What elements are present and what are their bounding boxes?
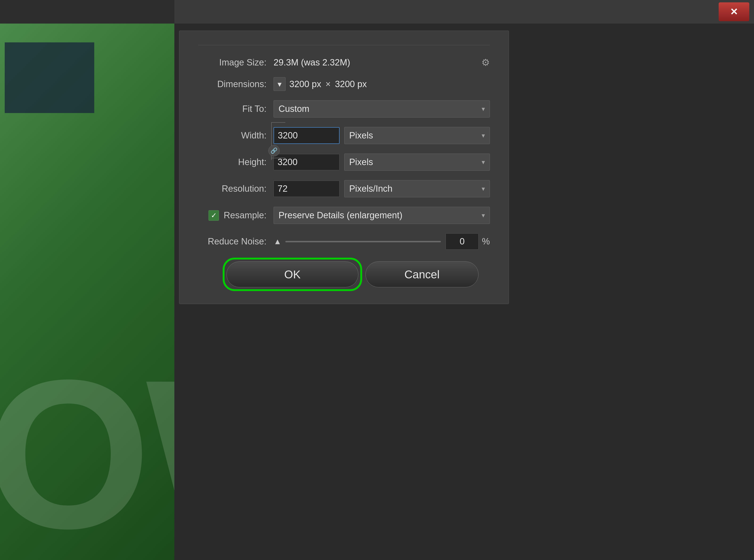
buttons-row: OK Cancel: [198, 261, 490, 287]
fit-to-chevron-icon: ▾: [482, 105, 485, 113]
width-unit-chevron-icon: ▾: [482, 132, 485, 139]
ok-highlight-border: [223, 258, 362, 291]
image-size-label: Image Size:: [198, 58, 274, 67]
noise-slider-track[interactable]: [285, 241, 441, 242]
width-row-content: Pixels ▾: [274, 127, 490, 144]
resolution-input[interactable]: [274, 181, 340, 197]
ow-watermark: OW: [0, 348, 174, 560]
dimensions-dropdown[interactable]: ▾: [274, 77, 286, 91]
resolution-unit-value: Pixels/Inch: [349, 184, 392, 194]
triangle-icon: ▲: [274, 237, 282, 246]
slider-container: ▲ %: [274, 233, 490, 249]
resample-dropdown[interactable]: Preserve Details (enlargement) ▾: [274, 207, 490, 224]
height-row: 🔗 Height: Pixels ▾: [198, 154, 490, 171]
width-unit-value: Pixels: [349, 131, 373, 141]
ok-button-wrapper: OK: [227, 261, 359, 287]
close-icon: ✕: [730, 6, 738, 17]
cancel-button[interactable]: Cancel: [365, 261, 479, 287]
height-unit-chevron-icon: ▾: [482, 158, 485, 166]
resolution-label: Resolution:: [198, 184, 274, 194]
height-row-content: Pixels ▾: [274, 154, 490, 171]
height-label: Height:: [198, 157, 274, 167]
width-unit-dropdown[interactable]: Pixels ▾: [344, 127, 490, 144]
resolution-unit-dropdown[interactable]: Pixels/Inch ▾: [344, 180, 490, 197]
dimensions-dropdown-chevron: ▾: [277, 79, 282, 89]
fit-to-dropdown[interactable]: Custom ▾: [274, 100, 490, 118]
fit-to-label: Fit To:: [198, 104, 274, 114]
image-size-dialog: Image Size: 29.3M (was 2.32M) ⚙ Dimensio…: [179, 31, 509, 304]
dimensions-row: Dimensions: ▾ 3200 px × 3200 px: [198, 77, 490, 91]
dimensions-height-value: 3200 px: [335, 79, 367, 89]
noise-value-input[interactable]: [446, 233, 479, 249]
cancel-button-label: Cancel: [404, 268, 440, 281]
resample-row: ✓ Resample: Preserve Details (enlargemen…: [198, 207, 490, 224]
resolution-unit-chevron-icon: ▾: [482, 185, 485, 193]
canvas-dark-overlay: [5, 42, 94, 113]
dimensions-width-value: 3200 px: [289, 79, 321, 89]
times-symbol: ×: [325, 79, 331, 89]
reduce-noise-row: Reduce Noise: ▲ %: [198, 233, 490, 249]
resolution-field-container: Pixels/Inch ▾: [274, 180, 490, 197]
resample-value: Preserve Details (enlargement): [278, 210, 403, 220]
link-icon[interactable]: 🔗: [268, 145, 280, 156]
titlebar: ✕: [174, 0, 754, 23]
close-button[interactable]: ✕: [719, 2, 749, 21]
canvas-preview: OW: [0, 23, 174, 560]
fit-to-value: Custom: [278, 104, 309, 114]
resolution-row: Resolution: Pixels/Inch ▾: [198, 180, 490, 197]
gear-icon[interactable]: ⚙: [481, 57, 490, 68]
resample-left: ✓ Resample:: [198, 210, 274, 221]
fit-to-row: Fit To: Custom ▾: [198, 100, 490, 118]
resample-checkbox[interactable]: ✓: [209, 210, 219, 221]
dimensions-label: Dimensions:: [198, 79, 274, 89]
reduce-noise-label: Reduce Noise:: [198, 236, 274, 246]
percent-label: %: [482, 236, 490, 246]
image-size-value: 29.3M (was 2.32M): [274, 58, 350, 67]
height-unit-value: Pixels: [349, 157, 373, 167]
resample-label: Resample:: [224, 210, 267, 220]
resample-chevron-icon: ▾: [482, 212, 485, 219]
height-unit-dropdown[interactable]: Pixels ▾: [344, 154, 490, 171]
width-row: Width: Pixels ▾: [198, 127, 490, 144]
image-size-row: Image Size: 29.3M (was 2.32M) ⚙: [198, 57, 490, 68]
width-label: Width:: [198, 131, 274, 141]
